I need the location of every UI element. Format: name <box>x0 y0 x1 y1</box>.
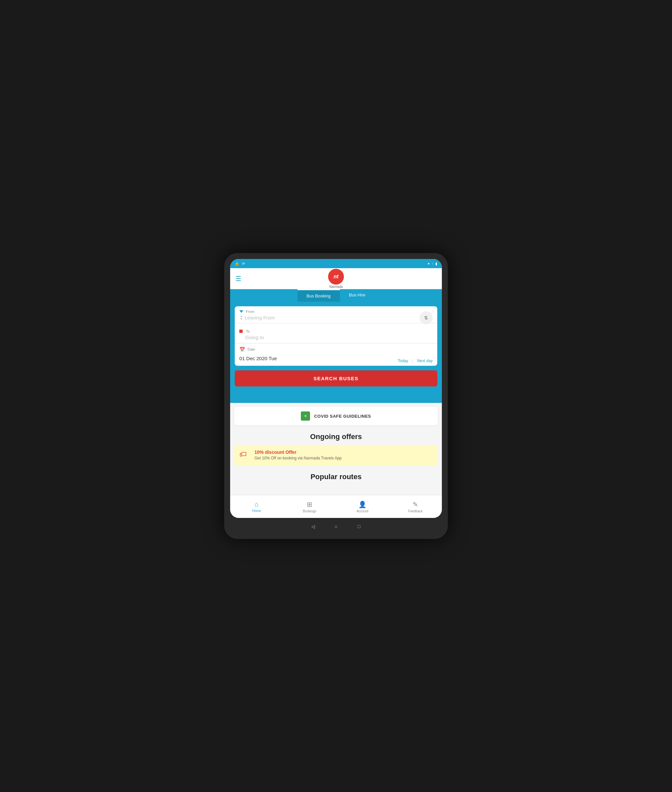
today-button[interactable]: Today <box>397 359 408 363</box>
date-divider: | <box>412 359 413 363</box>
search-buses-button[interactable]: SEARCH BUSES <box>235 370 437 386</box>
device-frame: 🔒 ⟳ ▾ ↑ ▮ ☰ Narmada Bus Booking Bus Hire <box>224 253 448 539</box>
covid-banner[interactable]: + COVID SAFE GUIDELINES <box>234 407 438 425</box>
home-button[interactable]: ○ <box>333 523 339 530</box>
swap-button[interactable]: ⇅ <box>419 311 433 324</box>
bottom-nav: ⌂ Home ⊞ Bookings 👤 Account ✎ Feedback <box>230 495 442 518</box>
from-icon <box>239 310 243 313</box>
shield-icon: + <box>301 412 310 421</box>
tabs: Bus Booking Bus Hire <box>230 289 442 302</box>
nav-item-bookings[interactable]: ⊞ Bookings <box>283 495 336 518</box>
logo-circle <box>328 269 344 284</box>
home-icon: ⌂ <box>254 500 258 508</box>
account-label: Account <box>357 509 368 513</box>
back-button[interactable]: ◁ <box>310 523 316 530</box>
feedback-label: Feedback <box>408 509 423 513</box>
to-label: To <box>246 329 250 333</box>
from-label: From <box>246 310 254 313</box>
to-icon <box>239 330 243 333</box>
home-label: Home <box>252 509 261 513</box>
wifi-icon: ▾ <box>428 262 430 266</box>
logo: Narmada <box>328 269 344 289</box>
device-bottom-buttons: ◁ ○ □ <box>230 520 442 533</box>
date-label: Date <box>248 347 255 351</box>
from-value: Leaving From <box>245 315 275 320</box>
account-icon: 👤 <box>358 500 366 508</box>
ongoing-offers-title: Ongoing offers <box>230 433 442 441</box>
next-day-button[interactable]: Next day <box>417 359 433 363</box>
menu-icon[interactable]: ☰ <box>235 275 241 283</box>
nav-item-feedback[interactable]: ✎ Feedback <box>389 495 442 518</box>
ongoing-offers-section: Ongoing offers 🏷 10% discount Offer Get … <box>230 429 442 469</box>
date-value: 01 Dec 2020 Tue <box>239 356 277 361</box>
date-actions: Today | Next day <box>397 353 433 363</box>
recents-button[interactable]: □ <box>356 523 362 530</box>
logo-text: Narmada <box>329 285 342 289</box>
offer-title: 10% discount Offer <box>254 450 342 455</box>
to-value: Going to <box>245 335 264 340</box>
signal-icon: ↑ <box>432 262 434 265</box>
battery-icon: ▮ <box>435 262 437 266</box>
app-header: ☰ Narmada <box>230 268 442 289</box>
offer-card-0[interactable]: 🏷 10% discount Offer Get 10% Off on book… <box>234 445 438 465</box>
tab-bus-hire[interactable]: Bus Hire <box>340 289 375 302</box>
status-bar: 🔒 ⟳ ▾ ↑ ▮ <box>230 259 442 268</box>
sync-icon: ⟳ <box>242 262 245 266</box>
date-field[interactable]: 📅 Date 01 Dec 2020 Tue Today | Next day <box>235 343 437 366</box>
nav-item-home[interactable]: ⌂ Home <box>230 495 283 518</box>
nav-item-account[interactable]: 👤 Account <box>336 495 389 518</box>
offer-details: 10% discount Offer Get 10% Off on bookin… <box>254 450 342 460</box>
search-form: From Leaving From ⇅ <box>235 306 437 366</box>
white-area: + COVID SAFE GUIDELINES Ongoing offers 🏷… <box>230 403 442 495</box>
feedback-icon: ✎ <box>413 500 418 508</box>
lock-icon: 🔒 <box>235 262 239 266</box>
offer-description: Get 10% Off on booking via Narmada Trave… <box>254 456 342 460</box>
covid-text: COVID SAFE GUIDELINES <box>314 414 371 419</box>
offer-tag-icon: 🏷 <box>239 450 250 461</box>
bookings-icon: ⊞ <box>307 500 312 508</box>
bookings-label: Bookings <box>303 509 316 513</box>
calendar-icon: 📅 <box>239 347 245 352</box>
popular-routes-title: Popular routes <box>230 473 442 481</box>
to-field[interactable]: To Going to <box>235 326 437 343</box>
status-bar-right: ▾ ↑ ▮ <box>428 262 438 266</box>
tab-bus-booking[interactable]: Bus Booking <box>298 289 340 302</box>
dot1 <box>241 316 242 317</box>
screen: 🔒 ⟳ ▾ ↑ ▮ ☰ Narmada Bus Booking Bus Hire <box>230 259 442 518</box>
from-field[interactable]: From Leaving From ⇅ <box>235 306 437 323</box>
status-bar-left: 🔒 ⟳ <box>235 262 245 266</box>
dot2 <box>241 318 242 319</box>
main-content: From Leaving From ⇅ <box>230 302 442 403</box>
